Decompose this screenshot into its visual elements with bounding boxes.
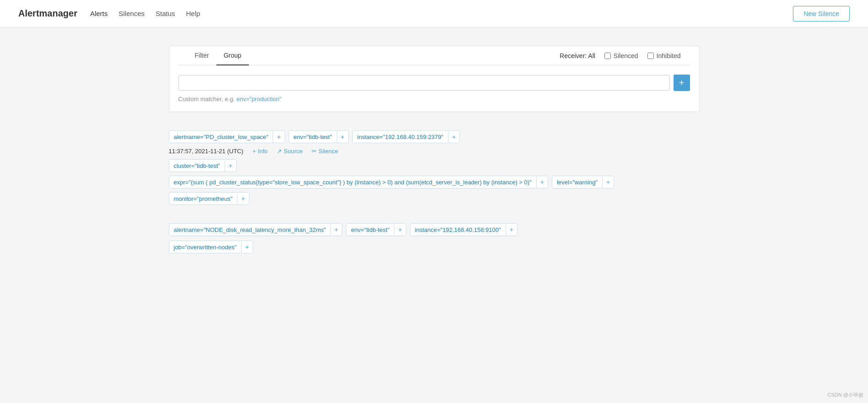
inhibited-checkbox[interactable] — [647, 53, 654, 59]
detail-tag-cluster-plus[interactable]: + — [225, 160, 236, 172]
filter-tabs: Filter Group Receiver: All Silenced Inhi… — [178, 46, 690, 65]
alert-group-2-header-tags: alertname="NODE_disk_read_latency_more_t… — [169, 223, 700, 236]
g2-header-tag-1-label: alertname="NODE_disk_read_latency_more_t… — [169, 224, 331, 236]
alert-group-1-silence-link[interactable]: ✂ Silence — [312, 148, 338, 155]
inhibited-checkbox-label[interactable]: Inhibited — [647, 52, 681, 59]
g2-header-tag-3-plus[interactable]: + — [506, 224, 517, 236]
info-icon: + — [253, 148, 256, 155]
alert-group-1-detail-tags: cluster="tidb-test" + expr="(sum ( pd_cl… — [169, 159, 700, 205]
header-tag-1: alertname="PD_cluster_low_space" + — [169, 130, 285, 143]
receiver-label: Receiver: All — [560, 52, 595, 59]
new-silence-button[interactable]: New Silence — [793, 6, 850, 21]
header-tag-2-plus[interactable]: + — [337, 131, 348, 143]
navbar-brand: Alertmanager — [18, 8, 77, 19]
alert-group-1-header-tags: alertname="PD_cluster_low_space" + env="… — [169, 130, 700, 143]
silence-label: Silence — [318, 148, 338, 155]
g2-detail-tag-job: job="overwritten-nodes" + — [169, 241, 253, 253]
alert-group-1: alertname="PD_cluster_low_space" + env="… — [169, 130, 700, 205]
g2-header-tag-3-label: instance="192.168.40.158:9100" — [410, 224, 506, 236]
silenced-label: Silenced — [614, 52, 638, 59]
navbar-links: Alerts Silences Status Help — [90, 10, 200, 17]
nav-link-silences[interactable]: Silences — [119, 10, 145, 17]
header-tag-3-plus[interactable]: + — [448, 131, 459, 143]
detail-tag-expr-label: expr="(sum ( pd_cluster_status{type="sto… — [169, 177, 537, 188]
detail-tag-expr-plus[interactable]: + — [537, 176, 548, 188]
alert-group-2: alertname="NODE_disk_read_latency_more_t… — [169, 223, 700, 253]
silence-icon: ✂ — [312, 148, 317, 155]
silenced-checkbox-label[interactable]: Silenced — [604, 52, 638, 59]
tab-filter[interactable]: Filter — [188, 46, 216, 65]
detail-tag-monitor: monitor="prometheus" + — [169, 192, 249, 205]
navbar: Alertmanager Alerts Silences Status Help… — [0, 0, 868, 27]
detail-tag-level: level="warning" + — [552, 176, 614, 188]
header-tag-3-label: instance="192.168.40.159:2379" — [353, 131, 448, 143]
g2-header-tag-2: env="tidb-test" + — [346, 223, 406, 236]
info-label: Info — [258, 148, 268, 155]
detail-tag-level-plus[interactable]: + — [603, 176, 614, 188]
filter-panel: Filter Group Receiver: All Silenced Inhi… — [169, 46, 700, 112]
g2-detail-tags-row-1: job="overwritten-nodes" + — [169, 241, 700, 253]
alert-group-1-info-link[interactable]: + Info — [253, 148, 268, 155]
filter-input[interactable] — [178, 75, 670, 91]
source-icon: ↗ — [277, 148, 282, 155]
g2-header-tag-1: alertname="NODE_disk_read_latency_more_t… — [169, 223, 343, 236]
filter-hint-example[interactable]: env="production" — [237, 96, 282, 102]
detail-tags-row-3: monitor="prometheus" + — [169, 192, 700, 205]
g2-header-tag-1-plus[interactable]: + — [331, 224, 342, 236]
alert-group-1-meta: 11:37:57, 2021-11-21 (UTC) + Info ↗ Sour… — [169, 148, 700, 155]
alert-group-2-detail-tags: job="overwritten-nodes" + — [169, 241, 700, 253]
nav-link-alerts[interactable]: Alerts — [90, 10, 108, 17]
main-content: Filter Group Receiver: All Silenced Inhi… — [160, 27, 709, 290]
detail-tag-monitor-plus[interactable]: + — [237, 193, 248, 204]
alert-group-1-source-link[interactable]: ↗ Source — [277, 148, 302, 155]
detail-tag-monitor-label: monitor="prometheus" — [169, 193, 238, 204]
detail-tags-row-2: expr="(sum ( pd_cluster_status{type="sto… — [169, 176, 700, 188]
header-tag-1-label: alertname="PD_cluster_low_space" — [169, 131, 274, 143]
header-tag-2: env="tidb-test" + — [289, 130, 349, 143]
g2-detail-tag-job-label: job="overwritten-nodes" — [169, 242, 242, 253]
detail-tag-cluster: cluster="tidb-test" + — [169, 159, 237, 172]
header-tag-3: instance="192.168.40.159:2379" + — [352, 130, 460, 143]
detail-tag-expr: expr="(sum ( pd_cluster_status{type="sto… — [169, 176, 548, 188]
nav-link-help[interactable]: Help — [186, 10, 200, 17]
filter-right-controls: Receiver: All Silenced Inhibited — [560, 48, 680, 64]
g2-header-tag-2-label: env="tidb-test" — [346, 224, 394, 236]
tab-group[interactable]: Group — [216, 46, 249, 65]
header-tag-2-label: env="tidb-test" — [289, 131, 337, 143]
inhibited-label: Inhibited — [657, 52, 681, 59]
detail-tag-cluster-label: cluster="tidb-test" — [169, 160, 225, 172]
g2-header-tag-2-plus[interactable]: + — [394, 224, 405, 236]
g2-header-tag-3: instance="192.168.40.158:9100" + — [410, 223, 518, 236]
g2-detail-tag-job-plus[interactable]: + — [242, 241, 253, 253]
silenced-checkbox[interactable] — [604, 53, 611, 59]
filter-tabs-row: Filter Group Receiver: All Silenced Inhi… — [169, 46, 699, 65]
add-filter-button[interactable]: + — [674, 75, 690, 91]
detail-tag-level-label: level="warning" — [552, 177, 603, 188]
nav-link-status[interactable]: Status — [156, 10, 175, 17]
navbar-left: Alertmanager Alerts Silences Status Help — [18, 8, 200, 19]
detail-tags-row-1: cluster="tidb-test" + — [169, 159, 700, 172]
filter-hint-prefix: Custom matcher, e.g. — [178, 96, 237, 102]
filter-input-row: + — [178, 75, 690, 91]
header-tag-1-plus[interactable]: + — [273, 131, 284, 143]
filter-body: + Custom matcher, e.g. env="production" — [169, 65, 699, 102]
filter-hint: Custom matcher, e.g. env="production" — [178, 96, 690, 102]
alert-group-1-time: 11:37:57, 2021-11-21 (UTC) — [169, 148, 243, 155]
source-label: Source — [284, 148, 302, 155]
